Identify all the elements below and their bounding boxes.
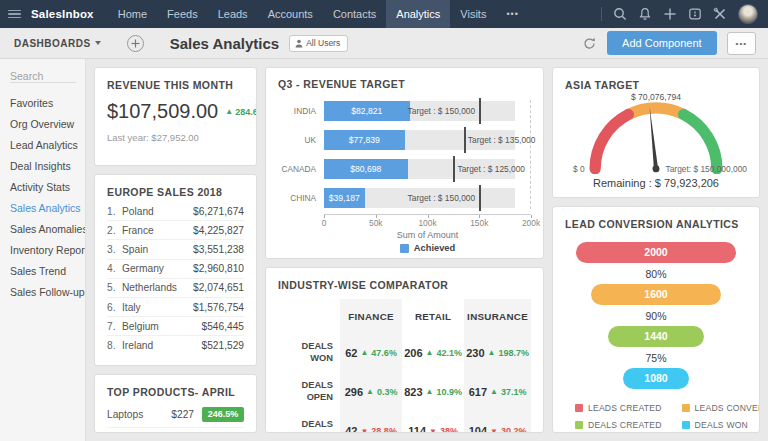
- refresh-icon[interactable]: [582, 36, 597, 51]
- app-brand[interactable]: SalesInbox: [31, 8, 94, 20]
- legend-item: LEADS CONVERTED: [682, 403, 760, 413]
- funnel-legend-swatch: [575, 404, 583, 412]
- bullet-fill[interactable]: $80,698: [324, 159, 408, 179]
- sidebar-item-sales-trend[interactable]: Sales Trend: [0, 260, 85, 281]
- industry-comparator-card: INDUSTRY-WISE COMPARATOR FINANCE RETAIL …: [265, 267, 544, 433]
- card-title: INDUSTRY-WISE COMPARATOR: [278, 279, 531, 291]
- legend-item: DEALS WON: [682, 420, 760, 430]
- sidebar-item-inventory-reports[interactable]: Inventory Reports: [0, 239, 85, 260]
- bullet-target-label: Target : $ 135,000: [468, 135, 536, 145]
- funnel-legend-swatch: [682, 421, 690, 429]
- user-avatar[interactable]: [738, 4, 758, 24]
- table-cell: 296▲0.3%: [340, 372, 402, 411]
- dashboards-dropdown[interactable]: DASHBOARDS: [14, 38, 101, 49]
- add-dashboard-button[interactable]: [127, 35, 144, 52]
- comparator-table: FINANCE RETAIL INSURANCE DEALS WON 62▲47…: [278, 299, 531, 433]
- funnel-stage[interactable]: 1440: [608, 326, 704, 347]
- quick-add-plus-icon[interactable]: [663, 7, 677, 21]
- list-item: 7.Belgium$546,445: [107, 317, 244, 336]
- chevron-down-icon: [95, 41, 101, 45]
- bullet-target-marker: [464, 127, 466, 153]
- list-item: 1.Poland$6,271,674: [107, 202, 244, 221]
- bullet-target-marker: [479, 185, 481, 211]
- table-cell: 206▲42.1%: [402, 333, 464, 372]
- setup-tools-icon[interactable]: [713, 7, 727, 21]
- legend-label: Achieved: [414, 243, 455, 253]
- nav-item-visits[interactable]: Visits: [450, 0, 496, 28]
- revenue-value: $107,509.00: [107, 100, 218, 123]
- nav-item-accounts[interactable]: Accounts: [258, 0, 323, 28]
- list-item: 8.Ireland$521,529: [107, 336, 244, 354]
- announcement-box-icon[interactable]: [688, 7, 702, 21]
- row-header: DEALS WON: [278, 333, 340, 372]
- trend-up-icon: ▲: [225, 107, 233, 116]
- page-title: Sales Analytics: [170, 35, 280, 52]
- table-cell: 617▲37.1%: [464, 372, 531, 411]
- notifications-bell-icon[interactable]: [638, 7, 652, 21]
- funnel-legend-swatch: [682, 404, 690, 412]
- card-title: EUROPE SALES 2018: [107, 186, 244, 198]
- bullet-row: CHINA $39,187Target : $ 150,000: [278, 185, 531, 211]
- asia-target-card: ASIA TARGET $ 70,076,794 $ 0 Target: $ 1…: [552, 67, 760, 198]
- funnel-stage[interactable]: 2000: [576, 242, 736, 263]
- sidebar-item-sales-analytics[interactable]: Sales Analytics: [0, 197, 85, 218]
- sidebar-item-sales-follow-up[interactable]: Sales Follow-up T: [0, 281, 85, 302]
- bullet-fill[interactable]: $39,187: [324, 188, 365, 208]
- toolbar-more-button[interactable]: •••: [727, 32, 756, 55]
- conversion-rate: 75%: [565, 347, 747, 368]
- table-cell: 42▼28.8%: [340, 411, 402, 433]
- column-header: RETAIL: [402, 299, 464, 333]
- column-header: FINANCE: [340, 299, 402, 333]
- list-item: Mobile Phones $163 97.8%: [107, 428, 244, 433]
- nav-item-feeds[interactable]: Feeds: [157, 0, 208, 28]
- nav-item-leads[interactable]: Leads: [208, 0, 258, 28]
- nav-item-home[interactable]: Home: [108, 0, 157, 28]
- gauge-arc-mid: [628, 108, 683, 115]
- table-cell: 114▼38%: [402, 411, 464, 433]
- nav-item-contacts[interactable]: Contacts: [323, 0, 386, 28]
- list-item: 4.Germany$2,960,810: [107, 260, 244, 279]
- hamburger-menu-icon[interactable]: [8, 10, 21, 19]
- card-title: TOP PRODUCTS- APRIL: [107, 386, 244, 398]
- top-products-card: TOP PRODUCTS- APRIL Laptops $227 246.5% …: [94, 374, 257, 433]
- search-icon[interactable]: [613, 7, 627, 21]
- card-title: LEAD CONVERSION ANALYTICS: [565, 218, 747, 230]
- gauge-min-label: $ 0: [573, 164, 585, 174]
- europe-sales-card: EUROPE SALES 2018 1.Poland$6,271,674 2.F…: [94, 174, 257, 366]
- sidebar-item-org-overview[interactable]: Org Overview: [0, 113, 85, 134]
- nav-item-analytics[interactable]: Analytics: [386, 0, 450, 28]
- gauge-arc-high: [684, 115, 717, 169]
- bullet-target-label: Target : $ 125,000: [458, 164, 526, 174]
- revenue-last-year: Last year: $27,952.00: [107, 132, 244, 143]
- x-axis-label: Sum of Amount: [324, 230, 531, 240]
- gauge-chart: $ 70,076,794 $ 0 Target: $ 150,000,000 R…: [565, 93, 747, 186]
- table-cell: 62▲47.6%: [340, 333, 402, 372]
- card-title: Q3 - REVENUE TARGET: [278, 78, 531, 90]
- chart-legend: Achieved: [324, 243, 531, 253]
- dashboard-content: REVENUE THIS MONTH $107,509.00 ▲ 284.6% …: [86, 59, 768, 441]
- add-component-button[interactable]: Add Component: [607, 31, 717, 55]
- funnel-stage[interactable]: 1600: [591, 284, 720, 305]
- bullet-fill[interactable]: $82,821: [324, 101, 410, 121]
- x-axis: 0 50k 100k 150k 200k: [324, 214, 531, 229]
- bullet-fill[interactable]: $77,839: [324, 130, 405, 150]
- card-title: REVENUE THIS MONTH: [107, 79, 244, 91]
- sidebar-item-activity-stats[interactable]: Activity Stats: [0, 176, 85, 197]
- sidebar-item-lead-analytics[interactable]: Lead Analytics: [0, 134, 85, 155]
- bullet-target-label: Target : $ 150,000: [408, 106, 476, 116]
- dashboards-sidebar: Favorites Org Overview Lead Analytics De…: [0, 59, 86, 441]
- nav-more-button[interactable]: •••: [496, 9, 528, 19]
- sidebar-item-sales-anomalies[interactable]: Sales Anomalies: [0, 218, 85, 239]
- sidebar-item-favorites[interactable]: Favorites: [0, 92, 85, 113]
- top-navbar: SalesInbox Home Feeds Leads Accounts Con…: [0, 0, 768, 28]
- lead-conversion-card: LEAD CONVERSION ANALYTICS 2000 80% 1600 …: [552, 206, 760, 433]
- all-users-badge[interactable]: All Users: [289, 35, 348, 52]
- funnel-chart: 2000 80% 1600 90% 1440 75% 1080: [565, 242, 747, 389]
- funnel-stage[interactable]: 1080: [623, 368, 689, 389]
- all-users-label: All Users: [306, 38, 340, 48]
- table-cell: 104▼30.2%: [464, 411, 531, 433]
- sidebar-search-input[interactable]: [10, 70, 76, 83]
- conversion-rate: 80%: [565, 263, 747, 284]
- sidebar-item-deal-insights[interactable]: Deal Insights: [0, 155, 85, 176]
- gauge-arc-low: [595, 115, 628, 169]
